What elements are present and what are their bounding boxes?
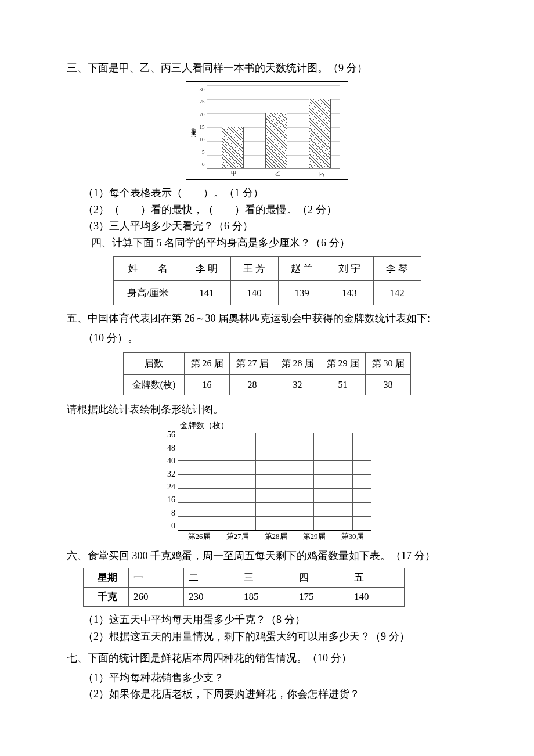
bar-yi (265, 113, 287, 168)
plot-area (207, 85, 340, 169)
table-row: 星期 一 二 三 四 五 (84, 568, 405, 587)
section-7-title: 七、下面的统计图是鲜花店本周四种花的销售情况。（10 分） (67, 650, 467, 667)
q6-2: （2）根据这五天的用量情况，剩下的鸡蛋大约可以用多少天？（9 分） (67, 628, 467, 645)
section-5-instruction: 请根据此统计表绘制条形统计图。 (67, 401, 467, 418)
x-axis-categories: 甲 乙 丙 (210, 169, 342, 178)
q7-2: （2）如果你是花店老板，下周要购进鲜花，你会怎样进货？ (67, 686, 467, 703)
section-3-title: 三、下面是甲、乙、丙三人看同样一本书的天数统计图。（9 分） (67, 60, 467, 77)
q3-2: （2）（ ）看的最快，（ ）看的最慢。（2 分） (67, 201, 467, 218)
table-row: 姓 名 李 明 王 芳 赵 兰 刘 宇 李 琴 (113, 256, 421, 280)
chart-reading-days: 单位（天） 30 25 20 15 10 5 0 (67, 81, 467, 180)
section-5-title: 五、中国体育代表团在第 26～30 届奥林匹克运动会中获得的金牌数统计表如下: (67, 310, 467, 327)
q7-1: （1）平均每种花销售多少支？ (67, 669, 467, 686)
bar-bing (309, 99, 331, 168)
q3-3: （3）三人平均多少天看完？（6 分） (67, 218, 467, 235)
q6-1: （1）这五天中平均每天用蛋多少千克？（8 分） (67, 611, 467, 628)
section-6-title: 六、食堂买回 300 千克鸡蛋，周一至周五每天剩下的鸡蛋数量如下表。（17 分） (67, 548, 467, 564)
chart2-xaxis: 第26届 第27届 第28届 第29届 第30届 (180, 531, 371, 543)
y-axis-label: 单位（天） (190, 124, 198, 130)
chart2-yaxis: 56 48 40 32 24 16 8 0 (163, 429, 178, 530)
table-row: 金牌数(枚) 16 28 32 51 38 (124, 374, 411, 395)
section-4-title: 四、计算下面 5 名同学的平均身高是多少厘米？（6 分） (67, 235, 467, 251)
chart2-ylabel: 金牌数（枚） (180, 419, 371, 432)
y-axis-ticks: 30 25 20 15 10 5 0 (199, 85, 207, 169)
table-row: 身高/厘米 141 140 139 143 142 (113, 281, 421, 305)
table-eggs: 星期 一 二 三 四 五 千克 260 230 185 175 140 (83, 568, 405, 607)
q3-1: （1）每个表格表示（ ）。（1 分） (67, 185, 467, 201)
table-gold-medals: 届数 第 26 届 第 27 届 第 28 届 第 29 届 第 30 届 金牌… (123, 352, 411, 395)
section-5-points: （10 分）。 (67, 330, 467, 347)
table-heights: 姓 名 李 明 王 芳 赵 兰 刘 宇 李 琴 身高/厘米 141 140 13… (113, 256, 421, 305)
bar-jia (222, 127, 244, 168)
chart-blank-grid: 金牌数（枚） 56 48 40 32 24 16 8 0 第26届 第27届 第… (67, 419, 467, 543)
table-row: 千克 260 230 185 175 140 (84, 588, 405, 607)
table-row: 届数 第 26 届 第 27 届 第 28 届 第 29 届 第 30 届 (124, 352, 411, 374)
chart2-grid (178, 433, 371, 531)
